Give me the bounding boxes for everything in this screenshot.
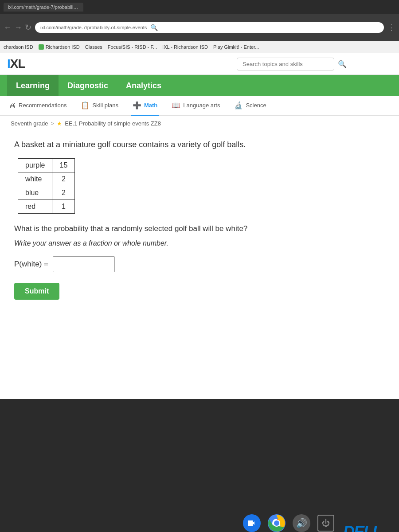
probability-question: What is the probability that a randomly … (14, 224, 385, 233)
bookmark-focus[interactable]: Focus/SIS - RISD - F... (108, 44, 157, 50)
math-icon: ➕ (133, 101, 141, 110)
golf-table: purple15white2blue2red1 (18, 158, 75, 214)
nav-analytics[interactable]: Analytics (117, 75, 170, 96)
sub-nav: 🖨 Recommendations 📋 Skill plans ➕ Math 📖… (0, 96, 399, 116)
table-row: red1 (18, 200, 75, 214)
reload-button[interactable]: ↻ (25, 23, 31, 32)
main-content: A basket at a miniature golf course cont… (0, 131, 399, 309)
ixl-header: IXL 🔍 (0, 53, 399, 75)
address-bar[interactable]: ixl.com/math/grade-7/probability-of-simp… (35, 22, 384, 33)
table-row: white2 (18, 172, 75, 186)
subnav-math[interactable]: ➕ Math (131, 96, 159, 116)
question-intro: A basket at a miniature golf course cont… (14, 140, 385, 149)
breadcrumb-separator: > (51, 120, 55, 127)
bookmark-classes[interactable]: Classes (85, 44, 102, 50)
browser-content: IXL 🔍 Learning Diagnostic Analytics 🖨 Re… (0, 53, 399, 399)
bookmark-ixl-richardson[interactable]: IXL - Richardson ISD (162, 44, 208, 50)
p-white-label: P(white) = (14, 260, 48, 269)
dell-logo: DELL (343, 523, 381, 532)
subnav-language-arts[interactable]: 📖 Language arts (170, 96, 222, 116)
ixl-logo: IXL (7, 57, 25, 71)
taskbar-bottom: 🔊 ⏻ DELL (243, 514, 390, 532)
nav-learning[interactable]: Learning (7, 75, 59, 96)
bookmark-favicon (39, 44, 44, 50)
search-area: 🔍 (237, 58, 392, 70)
browser-chrome: ← → ↻ ixl.com/math/grade-7/probability-o… (0, 14, 399, 41)
taskbar: 🔊 ⏻ DELL (0, 399, 399, 532)
bookmark-chardson[interactable]: chardson ISD (4, 44, 33, 50)
search-icon[interactable]: 🔍 (338, 60, 347, 68)
ixl-nav: Learning Diagnostic Analytics (0, 75, 399, 96)
subnav-skill-plans[interactable]: 📋 Skill plans (79, 96, 120, 116)
search-icon: 🔍 (150, 24, 158, 31)
subnav-recommendations[interactable]: 🖨 Recommendations (7, 96, 68, 116)
search-input[interactable] (237, 58, 334, 70)
breadcrumb: Seventh grade > ★ EE.1 Probability of si… (0, 116, 399, 131)
recommendations-icon: 🖨 (9, 102, 16, 110)
bookmark-gimkit[interactable]: Play Gimkit! - Enter... (213, 44, 259, 50)
submit-button[interactable]: Submit (14, 283, 59, 300)
breadcrumb-star-icon: ★ (57, 120, 62, 127)
breadcrumb-grade[interactable]: Seventh grade (11, 120, 48, 127)
meet-icon[interactable] (243, 514, 261, 532)
bookmark-richardson[interactable]: Richardson ISD (39, 44, 80, 50)
menu-button[interactable]: ⋮ (387, 23, 395, 32)
volume-icon[interactable]: 🔊 (293, 514, 310, 532)
forward-button[interactable]: → (14, 23, 22, 32)
taskbar-icons: 🔊 ⏻ (243, 514, 334, 532)
science-icon: 🔬 (234, 101, 243, 110)
svg-point-3 (274, 520, 279, 526)
skill-plans-icon: 📋 (81, 101, 90, 110)
answer-input[interactable] (53, 256, 115, 272)
language-arts-icon: 📖 (172, 101, 180, 110)
nav-diagnostic[interactable]: Diagnostic (59, 75, 117, 96)
breadcrumb-skill: EE.1 Probability of simple events ZZ8 (65, 120, 161, 127)
back-button[interactable]: ← (4, 23, 12, 32)
bookmarks-bar: chardson ISD Richardson ISD Classes Focu… (0, 41, 399, 53)
table-row: purple15 (18, 159, 75, 172)
chrome-icon[interactable] (268, 514, 286, 532)
active-tab[interactable]: ixl.com/math/grade-7/probability-of-simp… (4, 3, 83, 12)
power-icon[interactable]: ⏻ (317, 515, 334, 532)
write-instruction: Write your answer as a fraction or whole… (14, 239, 385, 247)
subnav-science[interactable]: 🔬 Science (232, 96, 268, 116)
p-white-row: P(white) = (14, 256, 385, 272)
browser-tabs: ixl.com/math/grade-7/probability-of-simp… (0, 0, 399, 14)
table-row: blue2 (18, 186, 75, 200)
